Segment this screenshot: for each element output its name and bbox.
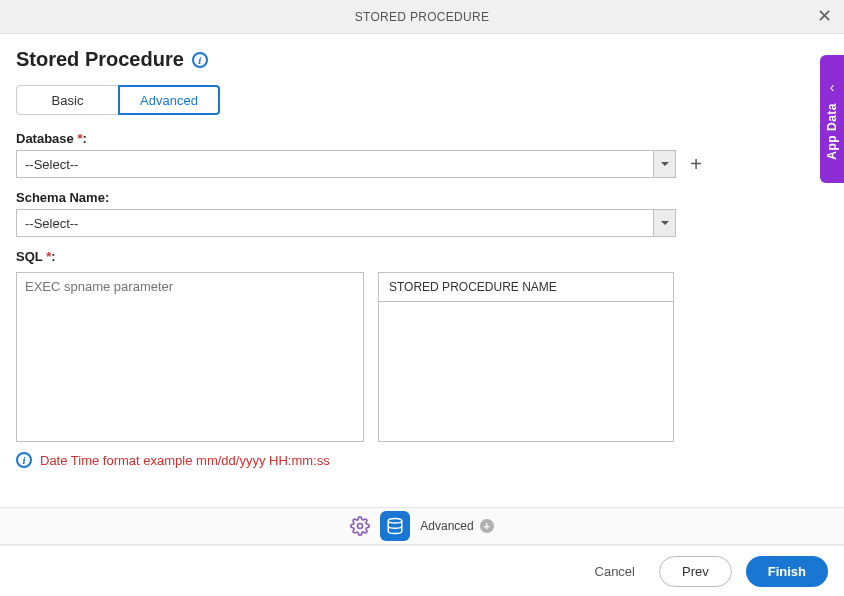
database-label: Database *:: [16, 131, 87, 146]
title-bar-text: STORED PROCEDURE: [355, 10, 490, 24]
plus-circle-icon[interactable]: +: [480, 519, 494, 533]
info-icon[interactable]: i: [192, 52, 208, 68]
app-data-side-tab[interactable]: ‹ App Data: [820, 55, 844, 183]
page-title-row: Stored Procedure i: [16, 48, 828, 71]
hint-text: Date Time format example mm/dd/yyyy HH:m…: [40, 453, 330, 468]
svg-point-1: [389, 519, 403, 524]
tab-basic[interactable]: Basic: [16, 85, 118, 115]
step-bar: Advanced +: [0, 507, 844, 545]
prev-button[interactable]: Prev: [659, 556, 732, 587]
database-icon[interactable]: [380, 511, 410, 541]
tab-advanced[interactable]: Advanced: [118, 85, 220, 115]
schema-select[interactable]: --Select--: [16, 209, 676, 237]
tabs: Basic Advanced: [16, 85, 828, 115]
sql-label: SQL *:: [16, 249, 56, 264]
stored-procedure-name-box: STORED PROCEDURE NAME: [378, 272, 674, 442]
gear-icon[interactable]: [350, 516, 370, 536]
stored-procedure-name-header: STORED PROCEDURE NAME: [378, 272, 674, 302]
sql-field: SQL *: STORED PROCEDURE NAME i Date Time…: [16, 247, 828, 468]
svg-point-0: [358, 524, 363, 529]
chevron-down-icon[interactable]: [653, 151, 675, 177]
hint-row: i Date Time format example mm/dd/yyyy HH…: [16, 452, 828, 468]
advanced-step-label: Advanced +: [420, 519, 493, 533]
page-title: Stored Procedure: [16, 48, 184, 71]
database-select-value: --Select--: [17, 157, 653, 172]
cancel-button[interactable]: Cancel: [585, 556, 645, 587]
chevron-down-icon[interactable]: [653, 210, 675, 236]
schema-select-value: --Select--: [17, 216, 653, 231]
info-icon: i: [16, 452, 32, 468]
chevron-left-icon: ‹: [830, 79, 835, 95]
database-select[interactable]: --Select--: [16, 150, 676, 178]
side-tab-label: App Data: [825, 103, 839, 160]
database-field: Database *: --Select-- +: [16, 129, 828, 178]
close-icon[interactable]: ✕: [817, 7, 832, 25]
schema-field: Schema Name: --Select--: [16, 188, 828, 237]
stored-procedure-name-body[interactable]: [378, 302, 674, 442]
schema-label: Schema Name:: [16, 190, 109, 205]
sql-textarea[interactable]: [16, 272, 364, 442]
title-bar: STORED PROCEDURE ✕: [0, 0, 844, 34]
add-database-button[interactable]: +: [686, 154, 706, 174]
footer: Cancel Prev Finish: [0, 545, 844, 596]
finish-button[interactable]: Finish: [746, 556, 828, 587]
